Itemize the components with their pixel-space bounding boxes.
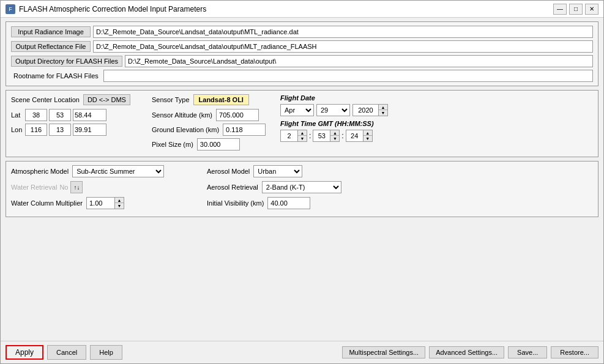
second-arrows: ▲ ▼ — [363, 130, 373, 142]
sensor-params-col: Sensor Type Landsat-8 OLI Sensor Altitud… — [152, 94, 274, 153]
hour-input[interactable] — [280, 130, 297, 142]
app-icon: F — [6, 4, 15, 14]
titlebar: F FLAASH Atmospheric Correction Model In… — [1, 1, 603, 18]
year-down-button[interactable]: ▼ — [379, 110, 387, 116]
time-colon-1: : — [309, 132, 311, 140]
aerosol-retrieval-row: Aerosol Retrieval 2-Band (K-T) None Dark… — [207, 181, 593, 193]
rootname-label: Rootname for FLAASH Files — [11, 71, 101, 81]
second-up-button[interactable]: ▲ — [364, 130, 372, 136]
save-button[interactable]: Save... — [508, 346, 547, 358]
output-reflectance-label: Output Reflectance File — [11, 41, 91, 52]
initial-visibility-input[interactable] — [267, 197, 310, 209]
hour-down-button[interactable]: ▼ — [298, 136, 307, 141]
wcm-down-button[interactable]: ▼ — [115, 203, 124, 209]
hour-up-button[interactable]: ▲ — [298, 130, 307, 136]
ground-elevation-input[interactable] — [223, 124, 266, 136]
lon-degrees-input[interactable] — [25, 124, 47, 136]
initial-visibility-row: Initial Visibility (km) — [207, 197, 593, 209]
sensor-altitude-input[interactable] — [216, 109, 259, 121]
output-reflectance-input[interactable] — [93, 40, 593, 53]
flight-year-spinbox: ▲ ▼ — [352, 104, 388, 116]
titlebar-left: F FLAASH Atmospheric Correction Model In… — [6, 4, 206, 14]
footer-right-buttons: Multispectral Settings... Advanced Setti… — [342, 346, 598, 358]
lat-label: Lat — [11, 111, 23, 119]
footer: Apply Cancel Help Multispectral Settings… — [1, 341, 603, 363]
water-retrieval-value: No — [59, 184, 68, 191]
second-spinbox: ▲ ▼ — [346, 130, 373, 142]
scene-sensor-section: Scene Center Location DD <-> DMS Lat Lon — [6, 90, 598, 157]
minute-arrows: ▲ ▼ — [330, 130, 340, 142]
lon-minutes-input[interactable] — [49, 124, 71, 136]
sensor-type-label: Sensor Type — [152, 96, 190, 103]
dms-button[interactable]: DD <-> DMS — [83, 94, 130, 105]
year-up-button[interactable]: ▲ — [379, 105, 387, 110]
aerosol-model-label: Aerosol Model — [207, 168, 250, 175]
time-colon-2: : — [341, 132, 343, 140]
advanced-settings-button[interactable]: Advanced Settings... — [429, 346, 504, 358]
wcm-arrows: ▲ ▼ — [114, 197, 124, 209]
flight-month-select[interactable]: Apr — [280, 104, 314, 116]
sensor-altitude-label: Sensor Altitude (km) — [152, 111, 212, 119]
water-retrieval-label: Water Retrieval — [11, 184, 57, 191]
pixel-size-label: Pixel Size (m) — [152, 141, 193, 148]
lat-degrees-input[interactable] — [25, 109, 47, 121]
multispectral-settings-button[interactable]: Multispectral Settings... — [342, 346, 425, 358]
flight-date-row: Apr 29 ▲ ▼ — [280, 104, 403, 116]
lon-row: Lon — [11, 124, 146, 136]
scene-center-label: Scene Center Location — [11, 96, 80, 103]
initial-visibility-label: Initial Visibility (km) — [207, 199, 264, 207]
apply-button[interactable]: Apply — [6, 345, 43, 360]
lat-row: Lat — [11, 109, 146, 121]
hour-spinbox: ▲ ▼ — [280, 130, 307, 142]
wcm-up-button[interactable]: ▲ — [115, 198, 124, 203]
flight-time-row: ▲ ▼ : ▲ ▼ : — [280, 130, 403, 142]
atmospheric-model-label: Atmospheric Model — [11, 168, 69, 175]
scene-center-col: Scene Center Location DD <-> DMS Lat Lon — [11, 94, 146, 153]
sensor-type-value: Landsat-8 OLI — [193, 94, 249, 105]
water-column-input[interactable] — [86, 197, 114, 209]
minute-down-button[interactable]: ▼ — [330, 136, 339, 141]
water-column-multiplier-row: Water Column Multiplier ▲ ▼ — [11, 197, 195, 209]
rootname-input[interactable] — [103, 70, 593, 82]
help-button[interactable]: Help — [90, 345, 122, 360]
second-down-button[interactable]: ▼ — [364, 136, 372, 141]
sensor-type-row: Sensor Type Landsat-8 OLI — [152, 94, 274, 105]
pixel-size-input[interactable] — [197, 138, 240, 150]
minimize-button[interactable]: — — [553, 4, 567, 15]
hour-arrows: ▲ ▼ — [297, 130, 307, 142]
atmospheric-model-row: Atmospheric Model Sub-Arctic Summer Mid-… — [11, 165, 195, 177]
atmospheric-model-select[interactable]: Sub-Arctic Summer Mid-Latitude Summer Tr… — [72, 165, 164, 177]
water-retrieval-swap-button[interactable]: ↑↓ — [70, 181, 83, 193]
close-button[interactable]: ✕ — [585, 4, 598, 15]
second-input[interactable] — [346, 130, 363, 142]
atmospheric-model-section: Atmospheric Model Sub-Arctic Summer Mid-… — [6, 161, 598, 217]
scene-center-row: Scene Center Location DD <-> DMS — [11, 94, 146, 105]
water-column-label: Water Column Multiplier — [11, 199, 83, 207]
file-paths-section: Input Radiance Image Output Reflectance … — [6, 21, 598, 86]
water-retrieval-row: Water Retrieval No ↑↓ — [11, 181, 195, 193]
flight-date-title: Flight Date — [280, 94, 403, 102]
output-directory-input[interactable] — [125, 55, 593, 67]
minute-up-button[interactable]: ▲ — [330, 130, 339, 136]
atmospheric-left: Atmospheric Model Sub-Arctic Summer Mid-… — [11, 165, 195, 213]
aerosol-model-select[interactable]: Urban Rural Maritime Tropospheric — [253, 165, 302, 177]
lat-minutes-input[interactable] — [49, 109, 71, 121]
atmospheric-right: Aerosol Model Urban Rural Maritime Tropo… — [207, 165, 593, 213]
restore-button[interactable]: Restore... — [551, 346, 598, 358]
flight-day-select[interactable]: 29 — [316, 104, 350, 116]
content-area: Input Radiance Image Output Reflectance … — [1, 18, 603, 341]
cancel-button[interactable]: Cancel — [47, 345, 86, 360]
ground-elevation-row: Ground Elevation (km) — [152, 124, 274, 136]
lat-seconds-input[interactable] — [73, 109, 106, 121]
lon-seconds-input[interactable] — [73, 124, 106, 136]
aerosol-retrieval-select[interactable]: 2-Band (K-T) None Dark Dense Vegetation — [262, 181, 341, 193]
lon-label: Lon — [11, 126, 23, 133]
minute-input[interactable] — [313, 130, 330, 142]
ground-elevation-label: Ground Elevation (km) — [152, 126, 219, 133]
window-controls: — □ ✕ — [553, 4, 598, 15]
aerosol-retrieval-label: Aerosol Retrieval — [207, 184, 258, 191]
maximize-button[interactable]: □ — [569, 4, 583, 15]
flight-datetime-col: Flight Date Apr 29 ▲ ▼ — [280, 94, 403, 153]
input-radiance-input[interactable] — [93, 26, 593, 38]
flight-year-input[interactable] — [352, 104, 378, 116]
